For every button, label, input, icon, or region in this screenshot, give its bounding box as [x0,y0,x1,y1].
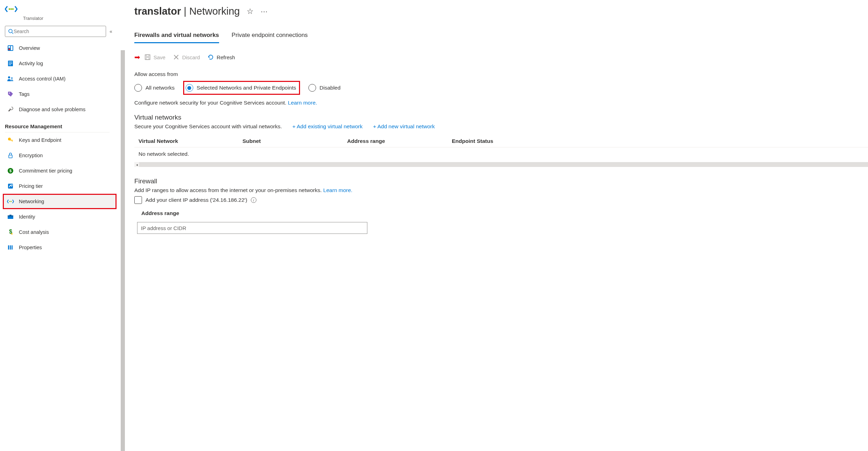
sidebar-item-label: Networking [19,199,44,204]
svg-rect-6 [8,46,10,48]
col-virtual-network: Virtual Network [134,138,242,144]
svg-rect-10 [9,62,12,62]
iam-icon [7,76,14,82]
vnet-table-header: Virtual Network Subnet Address range End… [134,135,868,147]
search-box[interactable] [5,26,106,37]
brand-block: Translator [5,5,117,21]
col-endpoint-status: Endpoint Status [452,138,868,144]
firewall-heading: Firewall [134,177,868,185]
radio-selected-networks[interactable]: Selected Networks and Private Endpoints [183,81,300,95]
key-icon [7,137,14,143]
sidebar-item-label: Diagnose and solve problems [19,107,85,112]
search-input[interactable] [14,29,103,34]
refresh-button[interactable]: Refresh [208,54,235,60]
sidebar-item-pricing-tier[interactable]: Pricing tier [5,178,117,194]
identity-icon [7,214,14,220]
firewall-desc: Add IP ranges to allow access from the i… [134,187,868,193]
favorite-star-icon[interactable]: ☆ [247,7,254,16]
address-range-label: Address range [141,210,868,216]
sidebar-item-properties[interactable]: Properties [5,240,117,255]
tab-firewalls[interactable]: Firewalls and virtual networks [134,32,219,43]
svg-point-15 [9,93,10,94]
svg-rect-20 [9,155,12,158]
add-existing-vnet-link[interactable]: + Add existing virtual network [292,123,362,130]
tab-bar: Firewalls and virtual networks Private e… [134,32,868,43]
svg-rect-12 [9,64,11,65]
collapse-sidebar-button[interactable]: « [110,29,112,34]
discard-button[interactable]: Discard [173,54,200,60]
vnet-desc: Secure your Cognitive Services account w… [134,123,282,130]
search-icon [8,29,14,34]
refresh-label: Refresh [217,54,235,60]
svg-point-13 [8,76,10,78]
radio-all-networks[interactable]: All networks [134,84,175,92]
sidebar-item-activity-log[interactable]: Activity log [5,56,117,71]
discard-label: Discard [182,54,200,60]
refresh-icon [208,54,214,60]
scroll-left-arrow-icon[interactable]: ◂ [134,162,139,167]
svg-rect-7 [8,48,10,50]
address-range-input[interactable] [137,222,367,234]
learn-more-link[interactable]: Learn more. [288,100,317,106]
horizontal-scrollbar[interactable]: ◂ [134,162,868,167]
checkbox-label: Add your client IP address ('24.16.186.2… [145,197,247,203]
properties-icon [7,245,14,250]
access-radio-group: All networks Selected Networks and Priva… [134,81,868,95]
sidebar-item-networking[interactable]: Networking [3,194,117,209]
svg-point-0 [9,8,10,10]
sidebar-item-label: Encryption [19,153,43,158]
save-button[interactable]: Save [144,54,165,60]
sidebar-item-encryption[interactable]: Encryption [5,148,117,163]
sidebar-item-diagnose[interactable]: Diagnose and solve problems [5,102,117,117]
col-address-range: Address range [347,138,452,144]
sidebar-item-label: Cost analysis [19,229,49,235]
sidebar-item-cost-analysis[interactable]: $ Cost analysis [5,224,117,240]
vnet-empty-row: No network selected. [134,147,868,161]
sidebar-item-label: Identity [19,214,35,220]
translator-service-icon [5,5,17,14]
radio-label: Disabled [320,85,341,91]
pricing-tier-icon [7,183,14,189]
sidebar-item-label: Keys and Endpoint [19,137,61,143]
svg-point-1 [10,8,12,10]
svg-rect-32 [10,245,11,250]
more-menu-button[interactable]: ⋯ [261,7,268,16]
main-content: translator | Networking ☆ ⋯ Firewalls an… [124,0,868,275]
sidebar-item-label: Properties [19,245,42,250]
overview-icon [7,45,14,51]
lock-icon [7,152,14,159]
networking-icon [7,199,14,204]
sidebar-item-overview[interactable]: Overview [5,40,117,56]
svg-rect-28 [9,215,12,216]
svg-rect-34 [145,55,150,60]
toolbar: ➡ Save Discard Refresh [134,53,868,61]
add-new-vnet-link[interactable]: + Add new virtual network [373,123,435,130]
tags-icon [7,91,14,97]
tab-private-endpoints[interactable]: Private endpoint connections [232,32,308,43]
access-description: Configure network security for your Cogn… [134,100,868,106]
cost-icon: $ [7,229,14,235]
resource-name: translator [134,6,181,17]
info-icon[interactable]: i [251,197,256,203]
client-ip-checkbox[interactable] [134,196,142,204]
firewall-learn-more-link[interactable]: Learn more. [323,187,353,193]
sidebar-item-access-control[interactable]: Access control (IAM) [5,71,117,86]
sidebar-item-tags[interactable]: Tags [5,86,117,102]
brand-label: Translator [23,16,43,21]
svg-rect-16 [8,109,11,112]
svg-rect-33 [12,245,13,250]
sidebar-item-identity[interactable]: Identity [5,209,117,224]
sidebar-item-commitment-tier[interactable]: $ Commitment tier pricing [5,163,117,178]
radio-disabled[interactable]: Disabled [308,84,341,92]
sidebar-item-label: Pricing tier [19,183,43,189]
allow-access-label: Allow access from [134,71,868,77]
sidebar: Translator « Overview Activity log Acces… [0,0,117,275]
sidebar-item-label: Overview [19,45,40,51]
svg-point-24 [9,201,10,202]
svg-point-3 [9,29,12,33]
discard-icon [173,54,179,60]
sidebar-item-keys-endpoint[interactable]: Keys and Endpoint [5,132,117,148]
svg-line-4 [12,32,13,34]
page-name: Networking [189,6,240,17]
sidebar-item-label: Activity log [19,61,43,66]
